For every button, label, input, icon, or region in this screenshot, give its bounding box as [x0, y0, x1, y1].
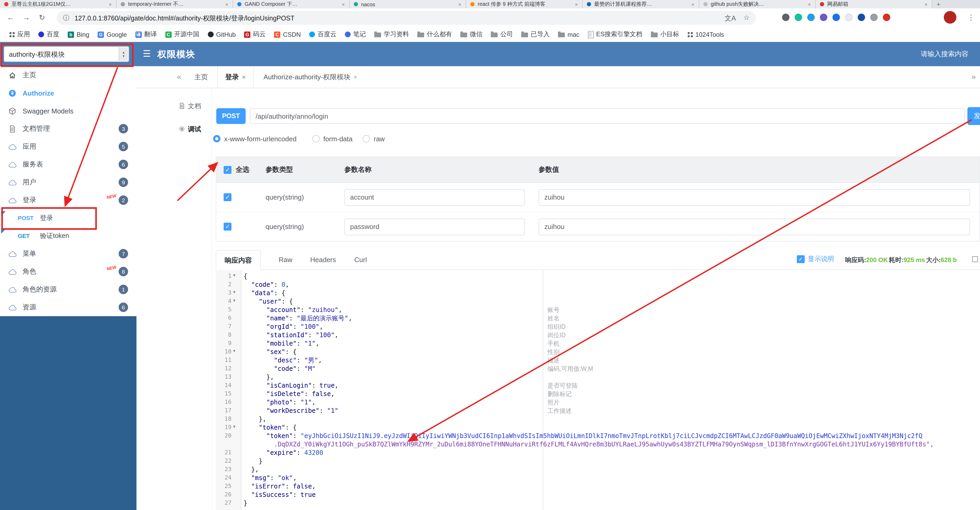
- extension-icon[interactable]: [782, 14, 789, 21]
- tab-close-icon[interactable]: ×: [225, 1, 228, 7]
- tab-scroll-left-icon[interactable]: «: [177, 72, 181, 81]
- browser-tab[interactable]: GAND Composer 下… ×: [233, 0, 350, 8]
- bookmark[interactable]: 应用: [5, 30, 34, 39]
- response-tab-headers[interactable]: Headers: [302, 250, 344, 270]
- sidebar-item[interactable]: 资源 6: [0, 298, 137, 316]
- content-type-radio-urlencoded[interactable]: x-www-form-urlencoded: [213, 131, 297, 146]
- forward-button[interactable]: →: [21, 13, 32, 22]
- response-tab-raw[interactable]: Raw: [270, 250, 301, 270]
- select-all-checkbox[interactable]: ✓: [224, 166, 231, 174]
- bookmark[interactable]: GGoogle: [94, 31, 131, 38]
- browser-tab[interactable]: temporary-Interner 不… ×: [116, 0, 233, 8]
- bookmark[interactable]: 公司: [487, 30, 517, 39]
- send-button[interactable]: 发送: [967, 107, 980, 125]
- show-description-toggle[interactable]: ✓ 显示说明: [797, 255, 834, 264]
- bookmark[interactable]: ES搜索引擎文档: [584, 30, 647, 39]
- param-name-input[interactable]: [344, 218, 525, 235]
- fold-icon[interactable]: ▾: [233, 298, 235, 303]
- tab-close-icon[interactable]: ×: [342, 1, 345, 7]
- bookmark[interactable]: 1024Tools: [683, 31, 728, 38]
- bookmark[interactable]: 已导入: [517, 30, 554, 39]
- bookmark[interactable]: 微信: [456, 30, 487, 39]
- tab-close-icon[interactable]: ×: [691, 1, 694, 7]
- fold-icon[interactable]: ▾: [233, 289, 235, 295]
- extension-icon[interactable]: [795, 14, 802, 21]
- request-url-input[interactable]: [250, 109, 964, 123]
- browser-tab[interactable]: 至尊云主机1核2G1M仅… ×: [0, 0, 116, 8]
- tab-close-icon[interactable]: ×: [109, 1, 112, 7]
- view-tab-doc[interactable]: 文档: [178, 102, 201, 111]
- extension-icon[interactable]: [883, 14, 890, 21]
- tab-scroll-right-icon[interactable]: »: [971, 72, 976, 81]
- bookmark[interactable]: CCSDN: [270, 31, 305, 38]
- sidebar-api-get-验证token[interactable]: GET 验证token: [0, 227, 137, 245]
- close-icon[interactable]: ×: [242, 73, 246, 81]
- tab-close-icon[interactable]: ×: [458, 1, 461, 7]
- bookmark[interactable]: 百度: [34, 30, 64, 39]
- fold-icon[interactable]: ▾: [233, 424, 235, 429]
- extension-icon[interactable]: [858, 14, 865, 21]
- extension-icon[interactable]: [820, 14, 827, 21]
- close-icon[interactable]: ×: [353, 73, 357, 81]
- bookmark[interactable]: GitHub: [204, 31, 240, 38]
- row-checkbox[interactable]: ✓: [224, 223, 231, 231]
- expand-icon[interactable]: [972, 256, 978, 262]
- bookmark[interactable]: 译翻译: [131, 30, 161, 39]
- profile-avatar[interactable]: [944, 11, 956, 24]
- fold-icon[interactable]: ▾: [233, 348, 235, 354]
- view-tab-debug[interactable]: 调试: [178, 125, 201, 134]
- extension-icon[interactable]: [870, 14, 878, 21]
- sidebar-item[interactable]: 角色的资源 1: [0, 280, 137, 298]
- sidebar-item[interactable]: 登录 NEW 2: [0, 191, 137, 209]
- browser-menu-icon[interactable]: ⋮: [966, 13, 976, 22]
- tab-close-icon[interactable]: ×: [808, 1, 811, 7]
- sidebar-item[interactable]: Swagger Models: [0, 102, 137, 120]
- api-group-select[interactable]: authority-权限模块 ▴▾: [4, 46, 129, 62]
- bookmark[interactable]: G码云: [240, 30, 270, 39]
- sidebar-item[interactable]: 菜单 7: [0, 245, 137, 263]
- sidebar-item[interactable]: 主页: [0, 66, 137, 84]
- sidebar-api-post-登录[interactable]: POST 登录: [0, 209, 137, 227]
- response-tab-curl[interactable]: Curl: [346, 250, 375, 270]
- bookmark[interactable]: 笔记: [340, 30, 370, 39]
- show-description-checkbox[interactable]: ✓: [797, 255, 805, 263]
- tab-login[interactable]: 登录 ×: [217, 66, 253, 88]
- extension-icon[interactable]: [807, 14, 815, 21]
- bookmark[interactable]: C开源中国: [161, 30, 204, 39]
- reload-button[interactable]: ↻: [37, 13, 47, 22]
- row-checkbox[interactable]: ✓: [224, 193, 231, 201]
- param-value-input[interactable]: [539, 189, 970, 206]
- bookmark[interactable]: 学习资料: [370, 30, 413, 39]
- param-value-input[interactable]: [539, 218, 970, 235]
- site-info-icon[interactable]: ⓘ: [63, 14, 69, 22]
- new-tab-button[interactable]: +: [932, 0, 945, 8]
- translate-icon[interactable]: 文A: [725, 14, 736, 23]
- sidebar-item[interactable]: 用户 9: [0, 173, 137, 191]
- browser-tab[interactable]: react 传参 9 种方式 前端博客 ×: [466, 0, 583, 8]
- tab-home[interactable]: 主页: [187, 66, 215, 88]
- sidebar-item[interactable]: 角色 NEW 8: [0, 263, 137, 280]
- response-tab-content[interactable]: 响应内容: [216, 250, 261, 270]
- browser-tab[interactable]: nacos ×: [350, 0, 466, 8]
- bookmark[interactable]: 什么都有: [413, 30, 456, 39]
- fold-icon[interactable]: ▾: [233, 273, 235, 278]
- sidebar-item[interactable]: 文档管理 3: [0, 120, 137, 138]
- tab-close-icon[interactable]: ×: [575, 1, 578, 7]
- header-search-input[interactable]: 请输入搜索内容: [921, 49, 969, 59]
- browser-tab[interactable]: 网易邮箱 ×: [816, 0, 932, 8]
- bookmark[interactable]: 小目标: [647, 30, 683, 39]
- browser-tab[interactable]: 最赞的计算机课程推荐… ×: [583, 0, 699, 8]
- menu-icon[interactable]: ☰: [143, 48, 151, 59]
- back-button[interactable]: ←: [5, 13, 16, 22]
- tab-close-icon[interactable]: ×: [924, 1, 928, 7]
- extension-icon[interactable]: [845, 14, 853, 21]
- extension-icon[interactable]: [832, 14, 840, 21]
- sidebar-item[interactable]: 服务表 6: [0, 155, 137, 173]
- sidebar-item[interactable]: Authorize: [0, 84, 137, 102]
- bookmark[interactable]: mac: [554, 31, 584, 38]
- address-bar[interactable]: ⓘ 127.0.0.1:8760/api/gate/doc.html#/auth…: [57, 11, 756, 25]
- browser-tab[interactable]: github push失败解决… ×: [699, 0, 816, 8]
- sidebar-item[interactable]: 应用 5: [0, 138, 137, 155]
- bookmark-star-icon[interactable]: ☆: [743, 14, 749, 22]
- content-type-radio-raw[interactable]: raw: [363, 131, 385, 146]
